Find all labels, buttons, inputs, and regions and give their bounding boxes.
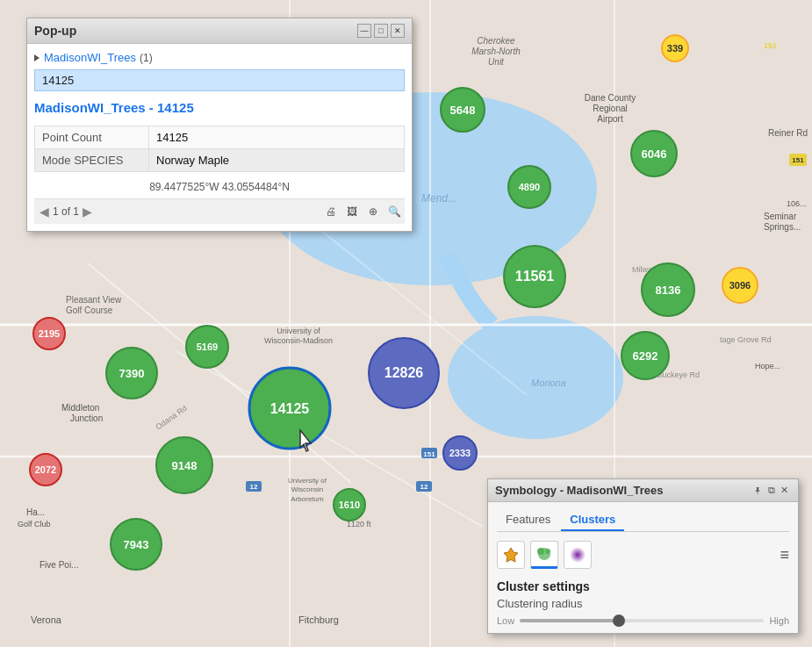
svg-text:Springs...: Springs... <box>764 222 801 232</box>
popup-image-btn[interactable]: 🖼 <box>343 203 361 220</box>
popup-close-btn[interactable]: ✕ <box>391 24 405 38</box>
symbology-titlebar: Symbology - MadisonWI_Trees 🖈 ⧉ ✕ <box>488 479 798 502</box>
popup-nav-text: 1 of 1 <box>53 205 79 218</box>
popup-search-btn[interactable]: 🔍 <box>385 203 403 220</box>
svg-point-54 <box>545 549 550 554</box>
popup-restore-btn[interactable]: □ <box>374 24 388 38</box>
symbology-title: Symbology - MadisonWI_Trees <box>495 484 751 497</box>
popup-prev-btn[interactable]: ◀ <box>36 205 53 219</box>
table-cell-label: Mode SPECIES <box>35 149 149 172</box>
svg-point-53 <box>537 548 544 555</box>
svg-text:Unit: Unit <box>488 57 505 67</box>
cluster-circle-c12[interactable]: 5169 <box>185 325 229 369</box>
cluster-circle-c4[interactable]: 339 <box>661 34 689 62</box>
svg-text:University of: University of <box>288 477 327 485</box>
cluster-circle-c5[interactable]: 11561 <box>503 245 566 308</box>
svg-text:12: 12 <box>250 483 258 491</box>
sym-icon-cluster[interactable] <box>530 541 558 569</box>
cluster-circle-c2[interactable]: 4890 <box>507 165 551 209</box>
popup-layer-header: MadisonWI_Trees (1) <box>34 51 405 64</box>
sym-tabs: Features Clusters <box>497 509 789 532</box>
popup-record-id: 14125 <box>42 74 74 87</box>
svg-text:Five Poi...: Five Poi... <box>40 560 78 570</box>
popup-record-row[interactable]: 14125 <box>34 69 405 91</box>
cluster-circle-c10[interactable]: 14125 <box>248 367 332 450</box>
svg-text:Verona: Verona <box>31 615 62 625</box>
popup-layer-name: MadisonWI_Trees <box>44 51 136 64</box>
cluster-circle-c7[interactable]: 3096 <box>722 267 758 304</box>
svg-text:12: 12 <box>420 483 428 491</box>
svg-text:Airport: Airport <box>597 114 623 124</box>
svg-text:Arboretum: Arboretum <box>291 495 324 503</box>
sym-slider-row: Low High <box>497 615 789 626</box>
symbology-body: Features Clusters <box>488 502 798 633</box>
popup-table: Point Count14125Mode SPECIESNorway Maple <box>34 126 405 172</box>
svg-text:Fitchburg: Fitchburg <box>298 615 339 625</box>
cluster-circle-c17[interactable]: 1610 <box>333 488 366 521</box>
symbology-panel: Symbology - MadisonWI_Trees 🖈 ⧉ ✕ Featur… <box>487 478 799 634</box>
sym-tab-features[interactable]: Features <box>497 509 559 531</box>
cluster-circle-c9[interactable]: 6292 <box>621 331 670 380</box>
svg-text:151: 151 <box>423 450 435 458</box>
svg-text:Pleasant View: Pleasant View <box>66 295 122 305</box>
svg-text:151: 151 <box>792 156 804 164</box>
popup-print-btn[interactable]: 🖨 <box>322 203 340 220</box>
popup-footer: ◀ 1 of 1 ▶ 🖨 🖼 ⊕ 🔍 <box>34 198 405 224</box>
svg-text:Cherokee: Cherokee <box>477 36 515 46</box>
popup-titlebar: Pop-up — □ ✕ <box>27 18 412 44</box>
svg-text:Ha...: Ha... <box>26 507 45 517</box>
svg-text:Regional: Regional <box>593 104 627 113</box>
popup-title: Pop-up <box>34 24 355 38</box>
popup-record-title: MadisonWI_Trees - 14125 <box>34 97 405 119</box>
svg-text:Mend...: Mend... <box>421 192 456 205</box>
collapse-icon[interactable] <box>34 54 40 61</box>
sym-cluster-radius-label: Clustering radius <box>497 597 789 610</box>
popup-nav: ◀ 1 of 1 ▶ <box>36 205 96 219</box>
cluster-circle-c13[interactable]: 2195 <box>32 317 66 350</box>
cluster-circle-c16[interactable]: 7943 <box>110 518 162 571</box>
svg-text:Middleton: Middleton <box>61 403 99 413</box>
symbology-pin-btn[interactable]: 🖈 <box>751 485 765 496</box>
cluster-circle-c11[interactable]: 7390 <box>105 347 158 399</box>
svg-text:Monona: Monona <box>531 377 566 388</box>
svg-text:Seminar: Seminar <box>764 212 797 221</box>
svg-text:151: 151 <box>764 41 777 50</box>
table-row: Mode SPECIESNorway Maple <box>35 149 405 172</box>
sym-cluster-settings: Cluster settings <box>497 579 789 593</box>
cluster-circle-c6[interactable]: 8136 <box>641 262 695 317</box>
table-cell-value: 14125 <box>149 126 405 149</box>
cluster-circle-c15[interactable]: 2072 <box>29 453 62 486</box>
sym-icon-heat[interactable] <box>564 541 592 569</box>
popup-coords: 89.4477525°W 43.0554484°N <box>34 181 405 193</box>
svg-text:Golf Course: Golf Course <box>66 306 113 315</box>
cluster-circle-c1[interactable]: 5648 <box>440 87 485 133</box>
table-cell-label: Point Count <box>35 126 149 149</box>
svg-text:Dane County: Dane County <box>585 93 636 103</box>
popup-footer-icons: 🖨 🖼 ⊕ 🔍 <box>322 203 403 220</box>
popup-next-btn[interactable]: ▶ <box>79 205 96 219</box>
popup-body: MadisonWI_Trees (1) 14125 MadisonWI_Tree… <box>27 44 412 231</box>
svg-text:Wisconsin-Madison: Wisconsin-Madison <box>264 336 333 345</box>
sym-tab-clusters[interactable]: Clusters <box>561 509 624 531</box>
clustering-radius-slider[interactable] <box>520 619 764 622</box>
popup-window: Pop-up — □ ✕ MadisonWI_Trees (1) 14125 M… <box>26 18 413 232</box>
popup-zoom-btn[interactable]: ⊕ <box>364 203 382 220</box>
svg-text:Hope...: Hope... <box>755 362 780 370</box>
svg-text:Golf Club: Golf Club <box>18 520 51 528</box>
symbology-close-btn[interactable]: ✕ <box>778 485 791 496</box>
svg-point-55 <box>570 547 586 563</box>
sym-icon-pin[interactable] <box>497 541 525 569</box>
table-row: Point Count14125 <box>35 126 405 149</box>
popup-minimize-btn[interactable]: — <box>357 24 371 38</box>
sym-more-btn[interactable]: ≡ <box>780 546 789 564</box>
sym-slider-high: High <box>769 615 789 626</box>
svg-text:tage Grove Rd: tage Grove Rd <box>720 335 772 344</box>
cluster-circle-c3[interactable]: 6046 <box>630 130 678 177</box>
cluster-circle-c18[interactable]: 2333 <box>442 435 478 471</box>
symbology-dock-btn[interactable]: ⧉ <box>765 485 778 496</box>
svg-text:Junction: Junction <box>70 413 103 423</box>
cluster-circle-c8[interactable]: 12826 <box>368 337 440 409</box>
cluster-circle-c14[interactable]: 9148 <box>155 436 213 494</box>
svg-text:106...: 106... <box>787 199 807 208</box>
table-cell-value: Norway Maple <box>149 149 405 172</box>
